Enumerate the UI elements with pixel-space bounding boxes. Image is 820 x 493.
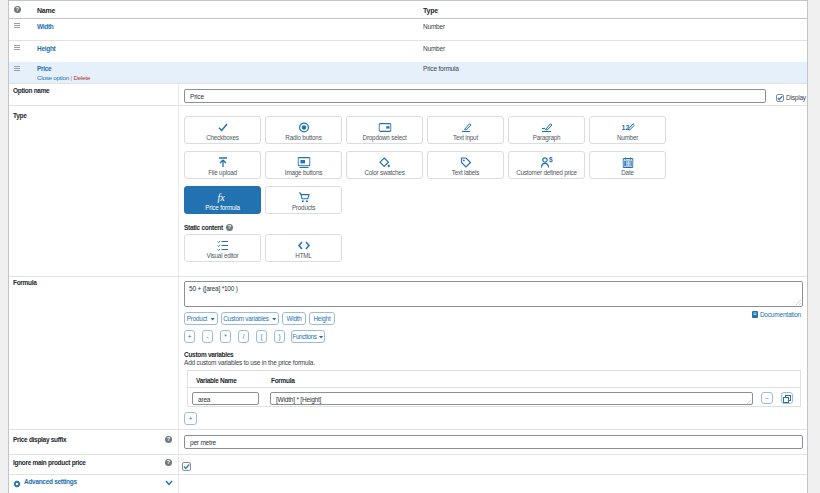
svg-text:fx: fx — [217, 192, 225, 203]
svg-text:$: $ — [549, 157, 553, 164]
